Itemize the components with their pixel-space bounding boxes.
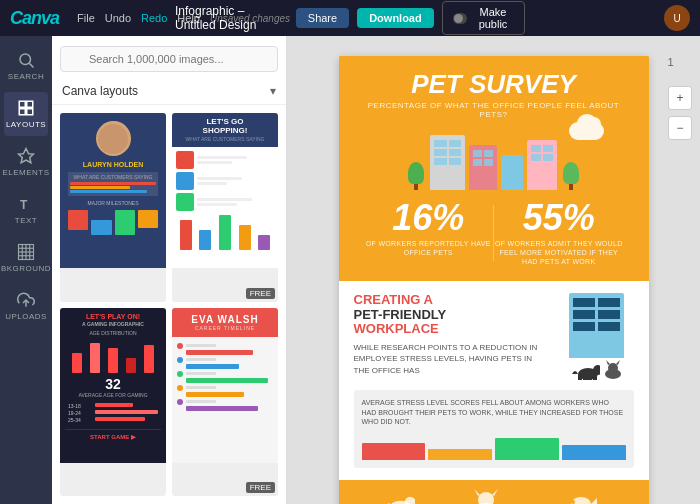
sidebar-item-layouts[interactable]: LAYOUTS	[4, 92, 48, 136]
sidebar-item-text[interactable]: T TEXT	[4, 188, 48, 232]
stat-16-desc: OF WORKERS REPORTEDLY HAVE OFFICE PETS	[364, 239, 494, 257]
template-lets-go-shopping[interactable]: LET'S GOSHOPPING! WHAT ARE CUSTOMERS SAY…	[172, 113, 278, 302]
pets-bottom-section: 60 DOG LOVER DOGS 33% CAT LOVER CA	[339, 480, 649, 504]
templates-panel: 🔍 Canva layouts ▾ LAURYN HOLDEN WHAT ARE…	[52, 36, 287, 504]
pet-stat-other: 13% DATES 10% DATES PETS	[542, 488, 620, 504]
toggle-icon	[453, 13, 467, 24]
stat-16-pct: 16%	[364, 200, 494, 236]
stress-bar-2	[428, 449, 492, 460]
stress-bar-4	[562, 445, 626, 460]
city-scene	[354, 127, 634, 190]
svg-rect-20	[588, 374, 592, 380]
svg-marker-25	[616, 360, 620, 365]
svg-rect-4	[19, 109, 25, 115]
svg-marker-24	[606, 360, 610, 365]
dog-silhouette	[570, 360, 600, 380]
user-area: U	[664, 5, 690, 31]
infographic: PET SURVEY PERCENTAGE OF WHAT THE OFFICE…	[339, 56, 649, 504]
main-layout: SEARCH LAYOUTS ELEMENTS T TEXT	[0, 36, 700, 504]
sidebar-item-uploads[interactable]: UPLOADS	[4, 284, 48, 328]
sidebar-elements-label: ELEMENTS	[2, 168, 49, 177]
pet-stat-dogs: 60 DOG LOVER DOGS	[367, 488, 431, 504]
svg-line-1	[29, 63, 33, 67]
svg-point-27	[404, 497, 414, 504]
navbar: Canva File Undo Redo Help Unsaved change…	[0, 0, 700, 36]
building-gray	[430, 135, 465, 190]
svg-rect-2	[19, 101, 25, 107]
template-grid: LAURYN HOLDEN WHAT ARE CUSTOMERS SAYING …	[52, 105, 286, 504]
svg-point-38	[571, 500, 575, 504]
building-blue	[501, 155, 523, 190]
sidebar-search-label: SEARCH	[8, 72, 44, 81]
pf-building-img	[569, 293, 624, 358]
share-button[interactable]: Share	[296, 8, 349, 28]
pf-title-pet-friendly: PET-FRIENDLY	[354, 307, 447, 322]
nav-file[interactable]: File	[77, 12, 95, 24]
svg-rect-5	[27, 109, 33, 115]
template-lauryn-holden[interactable]: LAURYN HOLDEN WHAT ARE CUSTOMERS SAYING …	[60, 113, 166, 302]
stress-text: AVERAGE STRESS LEVEL SCORES FELL ABOUT A…	[362, 398, 626, 427]
download-button[interactable]: Download	[357, 8, 434, 28]
sidebar-item-elements[interactable]: ELEMENTS	[4, 140, 48, 184]
stat-55-pct: 55%	[494, 200, 624, 236]
cat-silhouette	[603, 360, 623, 380]
pet-survey-section: PET SURVEY PERCENTAGE OF WHAT THE OFFICE…	[339, 56, 649, 281]
svg-rect-19	[583, 374, 587, 380]
panel-dropdown-icon[interactable]: ▾	[270, 84, 276, 98]
svg-text:T: T	[20, 198, 28, 212]
animal-row	[559, 360, 634, 380]
free-badge-eva: FREE	[246, 482, 275, 493]
pets-icons-row: 60 DOG LOVER DOGS 33% CAT LOVER CA	[354, 488, 634, 504]
pf-text-col: CREATING A PET-FRIENDLY WORKPLACE WHILE …	[354, 293, 549, 383]
canvas-area[interactable]: 1 PET SURVEY PERCENTAGE OF WHAT THE OFFI…	[287, 36, 700, 504]
dog-icon	[383, 488, 415, 504]
svg-point-33	[478, 492, 494, 504]
canvas-tools: + −	[668, 86, 692, 140]
building-lightpink	[527, 140, 557, 190]
nav-redo[interactable]: Redo	[141, 12, 167, 24]
svg-rect-3	[27, 101, 33, 107]
panel-header: Canva layouts ▾	[52, 78, 286, 105]
zoom-out-button[interactable]: −	[668, 116, 692, 140]
pet-survey-title: PET SURVEY	[354, 71, 634, 97]
pf-title-workplace: WORKPLACE	[354, 321, 439, 336]
svg-marker-37	[591, 498, 597, 504]
pet-friendly-section: CREATING A PET-FRIENDLY WORKPLACE WHILE …	[339, 281, 649, 480]
zoom-in-button[interactable]: +	[668, 86, 692, 110]
sidebar-layouts-label: LAYOUTS	[6, 120, 46, 129]
stress-chart	[362, 432, 626, 460]
panel-search-area: 🔍	[52, 36, 286, 78]
svg-rect-18	[578, 374, 582, 380]
stat-55-desc: OF WORKERS ADMIT THEY WOULD FEEL MORE MO…	[494, 239, 624, 266]
stress-bar-1	[362, 443, 426, 460]
sidebar-item-search[interactable]: SEARCH	[4, 44, 48, 88]
make-public-button[interactable]: Make public	[442, 1, 525, 35]
search-wrapper: 🔍	[60, 46, 278, 72]
panel-category-title: Canva layouts	[62, 84, 138, 98]
search-input[interactable]	[60, 46, 278, 72]
tree-right	[561, 162, 581, 190]
pf-title: CREATING A PET-FRIENDLY WORKPLACE	[354, 293, 549, 336]
design-title: Infographic – Untitled Design	[175, 4, 288, 32]
stress-bar-3	[495, 438, 559, 460]
sidebar-background-label: BKGROUND	[1, 264, 51, 273]
svg-point-23	[608, 363, 618, 373]
pf-text: WHILE RESEARCH POINTS TO A REDUCTION IN …	[354, 342, 549, 376]
nav-undo[interactable]: Undo	[105, 12, 131, 24]
template-eva-walsh[interactable]: EVA WALSH CAREER TIMELINE	[172, 308, 278, 497]
building-pink	[469, 145, 497, 190]
stat-55: 55% OF WORKERS ADMIT THEY WOULD FEEL MOR…	[494, 200, 624, 266]
navbar-center: Infographic – Untitled Design Share Down…	[175, 1, 525, 35]
svg-marker-34	[474, 489, 480, 496]
stat-16: 16% OF WORKERS REPORTEDLY HAVE OFFICE PE…	[364, 200, 494, 266]
brand-logo: Canva	[10, 8, 59, 29]
user-avatar[interactable]: U	[664, 5, 690, 31]
cloud-shape	[569, 122, 604, 140]
fish-icon	[565, 488, 597, 504]
sidebar-text-label: TEXT	[15, 216, 37, 225]
stats-row: 16% OF WORKERS REPORTEDLY HAVE OFFICE PE…	[354, 190, 634, 271]
sidebar-item-background[interactable]: BKGROUND	[4, 236, 48, 280]
svg-marker-6	[19, 149, 34, 163]
template-lets-play-on[interactable]: LET'S PLAY ON!A GAMING INFOGRAPHIC AGE D…	[60, 308, 166, 497]
sidebar-uploads-label: UPLOADS	[5, 312, 47, 321]
